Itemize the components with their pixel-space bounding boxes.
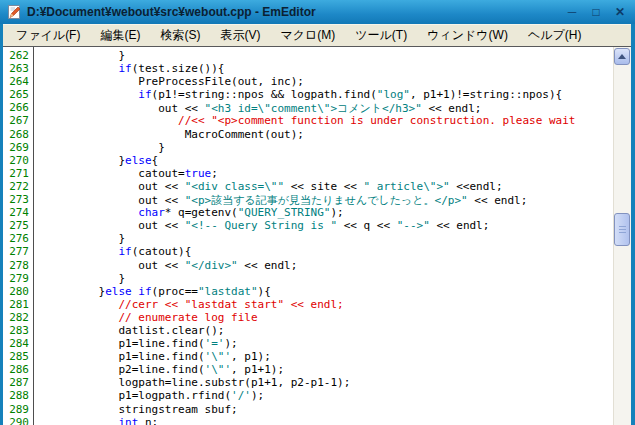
code-line[interactable]: catout=true; — [39, 167, 613, 180]
line-number[interactable]: 268 — [3, 128, 29, 141]
code-line[interactable]: p1=line.find('\"', p1); — [39, 350, 613, 363]
code-line[interactable]: //cerr << "lastdat start" << endl; — [39, 298, 613, 311]
minimize-icon[interactable]: ─ — [565, 4, 579, 20]
close-icon[interactable]: ✕ — [613, 4, 627, 20]
line-number[interactable]: 275 — [3, 219, 29, 232]
line-number[interactable]: 272 — [3, 180, 29, 193]
line-number[interactable]: 277 — [3, 245, 29, 258]
line-number[interactable]: 274 — [3, 206, 29, 219]
scroll-thumb-grip — [619, 226, 626, 234]
scroll-up-button[interactable] — [614, 48, 630, 65]
code-line[interactable]: if(test.size()){ — [39, 62, 613, 75]
code-line[interactable]: if(catout){ — [39, 245, 613, 258]
menu-item-help[interactable]: ヘルプ(H) — [518, 25, 592, 46]
line-number[interactable]: 284 — [3, 337, 29, 350]
code-line[interactable]: out << "<h3 id=\"comment\">コメント</h3>" <<… — [39, 101, 613, 114]
window-border-right — [631, 24, 635, 425]
line-number[interactable]: 273 — [3, 193, 29, 206]
window-border-left — [0, 24, 3, 425]
app-icon[interactable] — [6, 4, 22, 20]
code-line[interactable]: logpath=line.substr(p1+1, p2-p1-1); — [39, 376, 613, 389]
line-number[interactable]: 276 — [3, 232, 29, 245]
editor-content: 2622632642652662672682692702712722732742… — [3, 46, 631, 425]
code-line[interactable]: p1=line.find('='); — [39, 337, 613, 350]
menu-item-view[interactable]: 表示(V) — [210, 25, 270, 46]
code-line[interactable]: p1=logpath.rfind('/'); — [39, 389, 613, 402]
line-number[interactable]: 264 — [3, 75, 29, 88]
line-number[interactable]: 287 — [3, 376, 29, 389]
menu-bar: ファイル(F)編集(E)検索(S)表示(V)マクロ(M)ツール(T)ウィンドウ(… — [0, 24, 635, 46]
emeditor-window: D:¥Document¥webout¥src¥webout.cpp - EmEd… — [0, 0, 635, 425]
code-line[interactable]: }else if(proc=="lastdat"){ — [39, 285, 613, 298]
scroll-up-arrow-icon — [618, 54, 626, 59]
window-title: D:¥Document¥webout¥src¥webout.cpp - EmEd… — [27, 5, 560, 19]
line-number[interactable]: 280 — [3, 285, 29, 298]
line-number[interactable]: 279 — [3, 272, 29, 285]
line-number[interactable]: 265 — [3, 88, 29, 101]
menu-item-window[interactable]: ウィンドウ(W) — [417, 25, 518, 46]
line-number[interactable]: 282 — [3, 311, 29, 324]
text-editor[interactable]: 2622632642652662672682692702712722732742… — [3, 47, 613, 425]
code-line[interactable]: stringstream sbuf; — [39, 403, 613, 416]
line-number[interactable]: 281 — [3, 298, 29, 311]
line-number[interactable]: 262 — [3, 49, 29, 62]
menu-item-search[interactable]: 検索(S) — [150, 25, 210, 46]
menu-item-tools[interactable]: ツール(T) — [345, 25, 417, 46]
line-number[interactable]: 278 — [3, 259, 29, 272]
code-line[interactable]: // enumerate log file — [39, 311, 613, 324]
gutter[interactable]: 2622632642652662672682692702712722732742… — [3, 47, 34, 425]
line-number[interactable]: 267 — [3, 114, 29, 127]
line-number[interactable]: 289 — [3, 403, 29, 416]
code-line[interactable]: out << "<!-- Query String is " << q << "… — [39, 219, 613, 232]
maximize-icon[interactable]: □ — [589, 4, 603, 20]
code-line[interactable]: out << "<p>該当する記事が見当たりませんでしたっと。</p>" << … — [39, 193, 613, 206]
code-line[interactable]: out << "</div>" << endl; — [39, 259, 613, 272]
code-line[interactable]: char* q=getenv("QUERY_STRING"); — [39, 206, 613, 219]
code-line[interactable]: } — [39, 272, 613, 285]
menu-item-file[interactable]: ファイル(F) — [6, 25, 90, 46]
code-line[interactable]: p2=line.find('\"', p1+1); — [39, 363, 613, 376]
code-line[interactable]: } — [39, 232, 613, 245]
code-line[interactable]: } — [39, 49, 613, 62]
code-line[interactable]: int n; — [39, 416, 613, 425]
line-number[interactable]: 283 — [3, 324, 29, 337]
code-line[interactable]: PreProcessFile(out, inc); — [39, 75, 613, 88]
code-line[interactable]: datlist.clear(); — [39, 324, 613, 337]
line-number[interactable]: 271 — [3, 167, 29, 180]
line-number[interactable]: 270 — [3, 154, 29, 167]
line-number[interactable]: 286 — [3, 363, 29, 376]
code-line[interactable]: MacroComment(out); — [39, 128, 613, 141]
menu-item-edit[interactable]: 編集(E) — [90, 25, 150, 46]
code-line[interactable]: //<< "<p>comment function is under const… — [39, 114, 613, 127]
code-line[interactable]: }else{ — [39, 154, 613, 167]
vertical-scrollbar[interactable] — [613, 47, 631, 425]
menu-item-macro[interactable]: マクロ(M) — [270, 25, 345, 46]
line-number[interactable]: 266 — [3, 101, 29, 114]
line-number[interactable]: 263 — [3, 62, 29, 75]
line-number[interactable]: 269 — [3, 141, 29, 154]
code-line[interactable]: } — [39, 141, 613, 154]
line-number[interactable]: 290 — [3, 416, 29, 425]
window-controls: ─ □ ✕ — [565, 4, 627, 20]
code-area[interactable]: } if(test.size()){ PreProcessFile(out, i… — [34, 47, 613, 425]
line-number[interactable]: 285 — [3, 350, 29, 363]
code-line[interactable]: out << "<div class=\"" << site << " arti… — [39, 180, 613, 193]
code-line[interactable]: if(p1!=string::npos && logpath.find("log… — [39, 88, 613, 101]
line-number[interactable]: 288 — [3, 389, 29, 402]
title-bar: D:¥Document¥webout¥src¥webout.cpp - EmEd… — [0, 0, 635, 24]
scroll-thumb[interactable] — [614, 213, 630, 246]
